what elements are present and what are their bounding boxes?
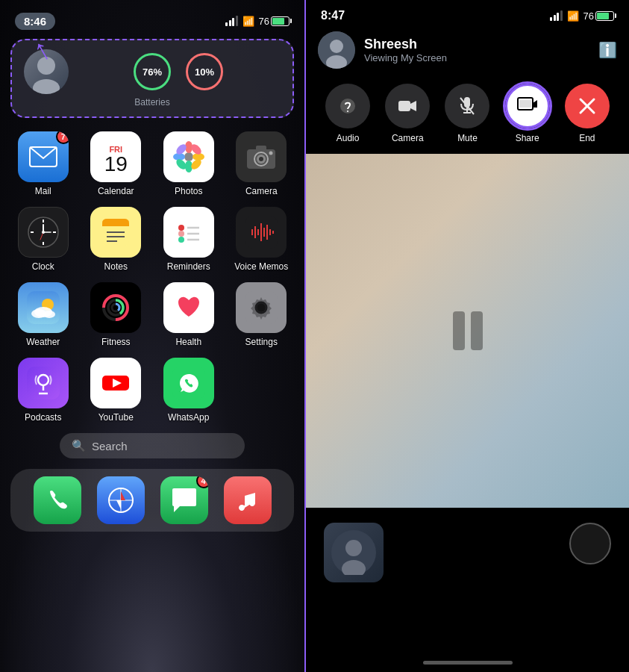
app-notes[interactable]: Notes (84, 207, 149, 272)
app-mail[interactable]: 7 Mail (10, 131, 76, 196)
badge-mail: 7 (56, 131, 69, 144)
app-weather[interactable]: Weather (10, 282, 76, 347)
audio-circle (325, 84, 370, 128)
camera-circle (385, 84, 430, 128)
call-controls: Audio Camera Mu (306, 76, 629, 154)
mute-circle (445, 84, 489, 128)
app-clock-label: Clock (32, 261, 54, 272)
app-weather-label: Weather (26, 337, 60, 347)
camera-button[interactable]: Camera (385, 84, 430, 143)
svg-point-34 (178, 225, 184, 231)
app-podcasts[interactable]: Podcasts (10, 358, 76, 423)
left-panel: 8:46 📶 76 ↑ (0, 0, 306, 672)
app-calendar[interactable]: FRI 19 Calendar (84, 131, 149, 196)
right-panel: 8:47 📶 76 Shreesh Viewin (306, 0, 629, 672)
app-youtube-label: YouTube (98, 412, 134, 423)
end-button[interactable]: End (565, 84, 610, 143)
svg-point-96 (345, 540, 362, 556)
app-empty (229, 358, 295, 423)
dock-app-music[interactable] (224, 476, 272, 524)
dock-app-safari[interactable] (97, 476, 145, 524)
battery-item-1: 76% (134, 53, 171, 90)
app-photos[interactable]: Photos (156, 131, 222, 196)
time-display-left: 8:46 (15, 13, 55, 30)
svg-rect-16 (256, 146, 266, 151)
widget-label: Batteries (24, 97, 281, 108)
app-settings-label: Settings (245, 337, 278, 347)
svg-point-17 (269, 152, 273, 155)
status-icons-right: 📶 76 (550, 10, 614, 22)
app-whatsapp-label: WhatsApp (168, 412, 209, 423)
pause-indicator (453, 311, 483, 350)
virtual-home-button[interactable] (569, 523, 611, 564)
caller-status: Viewing My Screen (364, 52, 589, 63)
status-bar-right: 8:47 📶 76 (306, 0, 629, 22)
screen-share-area (306, 154, 629, 508)
home-indicator-right (423, 661, 513, 665)
end-circle (565, 84, 610, 128)
mute-button[interactable]: Mute (445, 84, 489, 143)
audio-label: Audio (337, 133, 360, 143)
svg-rect-33 (172, 216, 205, 249)
end-label: End (579, 133, 595, 143)
caller-avatar (318, 31, 355, 69)
svg-point-15 (259, 157, 263, 161)
search-placeholder: Search (92, 440, 128, 452)
svg-rect-84 (398, 101, 410, 111)
app-fitness[interactable]: Fitness (84, 282, 149, 347)
svg-point-54 (43, 311, 55, 318)
svg-marker-77 (121, 491, 125, 500)
battery-icon-right: 76 (583, 10, 614, 22)
signal-icon-right (550, 10, 563, 21)
app-voicememos[interactable]: Voice Memos (229, 207, 295, 272)
svg-rect-29 (102, 223, 129, 226)
app-youtube[interactable]: YouTube (84, 358, 149, 423)
svg-marker-78 (116, 500, 121, 509)
svg-point-38 (178, 237, 184, 243)
svg-rect-91 (519, 100, 531, 108)
search-bar[interactable]: 🔍 Search (60, 433, 245, 458)
wifi-icon: 📶 (242, 16, 254, 27)
app-reminders[interactable]: Reminders (156, 207, 222, 272)
svg-marker-85 (410, 101, 416, 111)
signal-icon (225, 16, 238, 26)
app-reminders-label: Reminders (167, 261, 210, 272)
svg-point-26 (42, 231, 45, 234)
share-button[interactable]: Share (505, 84, 550, 143)
widget-batteries: 76% 10% (76, 53, 281, 90)
share-circle (505, 84, 550, 128)
dock-app-phone[interactable] (34, 476, 81, 524)
info-icon[interactable]: ℹ️ (598, 41, 617, 59)
caller-name: Shreesh (364, 37, 589, 52)
battery-item-2: 10% (186, 53, 223, 90)
app-calendar-label: Calendar (98, 186, 134, 196)
share-label: Share (516, 133, 539, 143)
status-icons-left: 📶 76 (225, 16, 290, 27)
dock-app-messages[interactable]: 4 (160, 476, 208, 524)
svg-point-83 (347, 111, 348, 112)
battery-icon-left: 76 (259, 16, 290, 27)
app-settings[interactable]: Settings (229, 282, 295, 347)
app-notes-label: Notes (104, 261, 128, 272)
audio-button[interactable]: Audio (325, 84, 370, 143)
svg-point-80 (330, 40, 343, 53)
app-clock[interactable]: Clock (10, 207, 76, 272)
time-display-right: 8:47 (321, 9, 345, 22)
camera-label: Camera (392, 133, 424, 143)
app-podcasts-label: Podcasts (25, 412, 61, 423)
call-header: Shreesh Viewing My Screen ℹ️ (306, 22, 629, 76)
app-voicememos-label: Voice Memos (234, 261, 288, 272)
mute-label: Mute (457, 133, 478, 143)
app-camera[interactable]: Camera (229, 131, 295, 196)
app-whatsapp[interactable]: WhatsApp (156, 358, 222, 423)
app-grid: 7 Mail FRI 19 Calendar (0, 124, 304, 423)
svg-rect-66 (27, 367, 60, 399)
app-mail-label: Mail (35, 186, 51, 196)
app-photos-label: Photos (175, 186, 202, 196)
batteries-widget: ↑ 76% 10% Batt (10, 39, 294, 118)
app-camera-label: Camera (245, 186, 278, 196)
app-health-label: Health (175, 337, 201, 347)
app-health[interactable]: Health (156, 282, 222, 347)
caller-info: Shreesh Viewing My Screen (364, 37, 589, 63)
dock: 4 (10, 469, 294, 532)
